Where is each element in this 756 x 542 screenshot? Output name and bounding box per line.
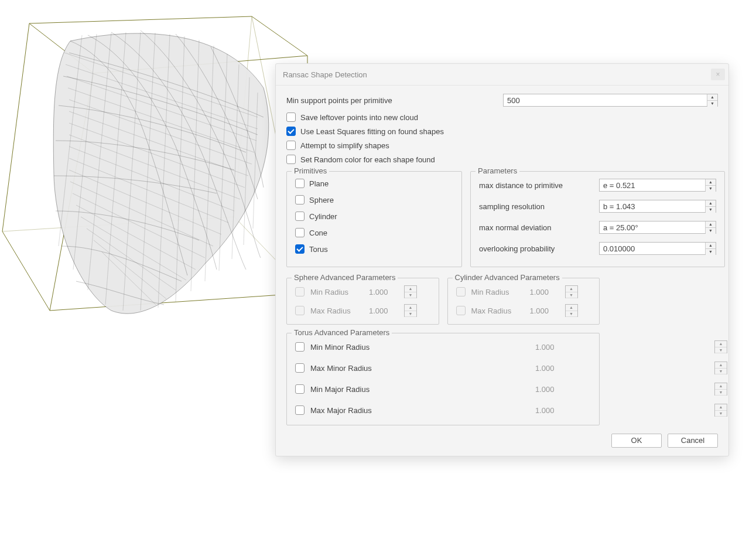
simplify-label: Attempt to simplify shapes — [300, 141, 389, 150]
dialog-title: Ransac Shape Detection — [283, 70, 367, 79]
max-normal-dev-input[interactable] — [600, 221, 705, 233]
sphere-max-r-checkbox — [295, 306, 305, 315]
max-major-spin: ▲▼ — [714, 404, 727, 417]
max-minor-spin: ▲▼ — [714, 362, 727, 374]
max-distance-spin[interactable]: ▲▼ — [599, 179, 716, 192]
spin-down-icon[interactable]: ▼ — [706, 228, 716, 234]
svg-line-14 — [81, 217, 186, 280]
plane-checkbox[interactable] — [295, 179, 305, 188]
sphere-min-r-label: Min Radius — [310, 288, 363, 296]
spin-up-icon: ▲ — [566, 305, 577, 311]
spin-down-icon: ▼ — [715, 411, 727, 417]
overlooking-prob-input[interactable] — [600, 243, 705, 254]
max-normal-dev-spin[interactable]: ▲▼ — [599, 221, 716, 234]
svg-line-7 — [69, 135, 240, 199]
cylinder-adv-group: Cylinder Advanced Parameters Min Radius … — [447, 278, 600, 325]
min-support-spin[interactable]: ▲▼ — [503, 94, 718, 107]
svg-line-29 — [232, 64, 239, 259]
sampling-res-input[interactable] — [600, 200, 705, 212]
svg-line-11 — [70, 182, 213, 246]
cylinder-adv-legend: Cylinder Advanced Parameters — [453, 273, 562, 282]
simplify-checkbox[interactable] — [286, 141, 296, 150]
spin-up-icon: ▲ — [715, 404, 727, 411]
spin-down-icon[interactable]: ▼ — [707, 101, 717, 107]
svg-line-0 — [64, 53, 258, 117]
spin-up-icon: ▲ — [715, 383, 727, 390]
sampling-res-spin[interactable]: ▲▼ — [599, 200, 716, 213]
min-support-input[interactable] — [504, 94, 707, 106]
overlooking-prob-label: overlooking probability — [479, 244, 593, 253]
spin-up-icon: ▲ — [405, 286, 416, 292]
cyl-min-r-value: 1.000 — [530, 288, 559, 296]
svg-line-6 — [69, 123, 245, 188]
spin-up-icon[interactable]: ▲ — [706, 221, 716, 228]
spin-down-icon: ▼ — [715, 390, 727, 396]
max-minor-checkbox[interactable] — [295, 363, 305, 373]
svg-line-1 — [66, 64, 258, 129]
overlooking-prob-spin[interactable]: ▲▼ — [599, 242, 716, 255]
svg-line-10 — [69, 170, 221, 234]
svg-line-15 — [87, 229, 176, 290]
max-major-checkbox[interactable] — [295, 405, 305, 415]
spin-up-icon[interactable]: ▲ — [707, 94, 717, 101]
cyl-max-r-value: 1.000 — [530, 306, 559, 315]
max-major-label: Max Major Radius — [310, 406, 445, 415]
cyl-max-r-checkbox — [456, 306, 466, 315]
spin-up-icon[interactable]: ▲ — [706, 243, 716, 249]
random-color-checkbox[interactable] — [286, 155, 296, 164]
svg-line-26 — [191, 40, 199, 291]
sphere-min-r-value: 1.000 — [369, 288, 398, 296]
cylinder-checkbox[interactable] — [295, 212, 305, 221]
parameters-legend: Parameters — [476, 166, 519, 175]
sphere-checkbox[interactable] — [295, 195, 305, 204]
spin-down-icon: ▼ — [566, 311, 577, 317]
min-minor-checkbox[interactable] — [295, 342, 305, 352]
ok-button[interactable]: OK — [611, 434, 662, 448]
spin-down-icon: ▼ — [715, 347, 727, 353]
svg-line-18 — [59, 35, 82, 246]
spin-down-icon[interactable]: ▼ — [706, 207, 716, 213]
save-leftover-label: Save leftover points into new cloud — [300, 113, 418, 122]
cyl-max-r-label: Max Radius — [471, 306, 524, 315]
spin-up-icon: ▲ — [715, 341, 727, 347]
svg-line-30 — [244, 77, 249, 245]
svg-line-13 — [76, 205, 196, 270]
least-squares-label: Use Least Squares fitting on found shape… — [300, 127, 444, 136]
max-minor-label: Max Minor Radius — [310, 364, 445, 373]
min-minor-spin: ▲▼ — [714, 340, 727, 353]
ransac-dialog: Ransac Shape Detection × Min support poi… — [275, 63, 729, 456]
min-major-checkbox[interactable] — [295, 384, 305, 394]
svg-line-20 — [88, 33, 111, 290]
plane-label: Plane — [309, 179, 329, 188]
spin-down-icon[interactable]: ▼ — [706, 186, 716, 192]
cyl-min-r-spin: ▲▼ — [565, 285, 578, 298]
save-leftover-checkbox[interactable] — [286, 113, 296, 122]
cyl-min-r-checkbox — [456, 287, 466, 296]
svg-line-22 — [123, 32, 141, 311]
sphere-min-r-spin: ▲▼ — [404, 285, 417, 298]
cone-checkbox[interactable] — [295, 228, 305, 237]
least-squares-checkbox[interactable] — [286, 127, 296, 136]
spin-up-icon[interactable]: ▲ — [706, 179, 716, 186]
torus-label: Torus — [309, 245, 328, 254]
svg-line-16 — [94, 240, 166, 299]
svg-line-25 — [176, 36, 184, 302]
svg-line-12 — [73, 193, 205, 258]
min-support-label: Min support points per primitive — [286, 96, 503, 105]
primitives-group: Primitives Plane Sphere Cylinder Cone To… — [286, 171, 462, 267]
spin-down-icon: ▼ — [405, 292, 416, 298]
svg-line-5 — [69, 111, 248, 176]
torus-adv-group: Torus Advanced Parameters Min Minor Radi… — [286, 333, 600, 425]
spin-up-icon[interactable]: ▲ — [706, 200, 716, 207]
max-distance-input[interactable] — [600, 179, 705, 191]
torus-checkbox[interactable] — [295, 244, 305, 254]
cancel-button[interactable]: Cancel — [668, 434, 718, 448]
spin-down-icon[interactable]: ▼ — [706, 249, 716, 255]
sphere-max-r-spin: ▲▼ — [404, 304, 417, 317]
sphere-adv-legend: Sphere Advanced Parameters — [292, 273, 398, 282]
torus-adv-legend: Torus Advanced Parameters — [292, 328, 392, 337]
svg-line-17 — [102, 252, 156, 305]
min-minor-value: 1.000 — [451, 343, 709, 352]
close-button[interactable]: × — [711, 69, 725, 80]
titlebar: Ransac Shape Detection × — [276, 64, 728, 86]
